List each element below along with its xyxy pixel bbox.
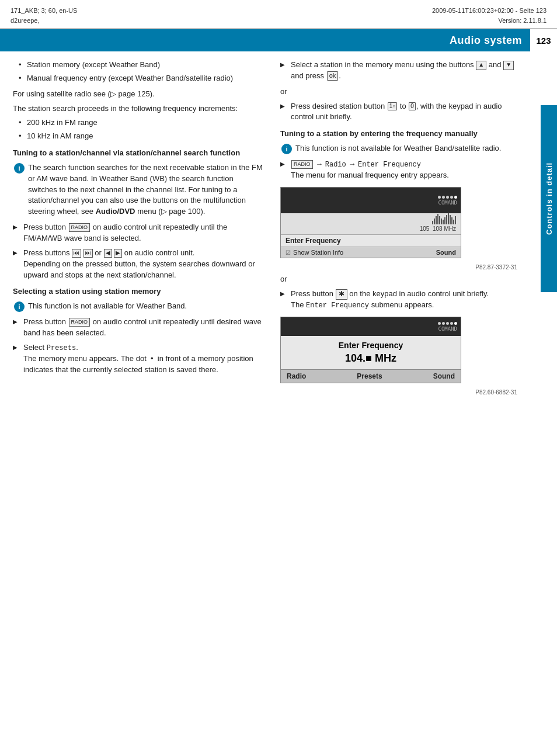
- radio-btn-label: Radio: [287, 372, 306, 380]
- bar: [443, 220, 444, 224]
- info-text-2: This function is not available for Weath…: [28, 301, 187, 312]
- arrow-list-1: Press button RADIO on audio control unit…: [13, 222, 264, 280]
- info-block-2: i This function is not available for Wea…: [13, 301, 264, 312]
- bar: [432, 221, 433, 224]
- dot: [438, 322, 441, 325]
- info-icon-1: i: [14, 163, 25, 174]
- dot-active: [454, 196, 457, 199]
- arrow-list-right-1: Select a station in the memory menu usin…: [280, 60, 517, 82]
- star-button: ✱: [336, 289, 347, 300]
- list-item: 10 kHz in AM range: [19, 131, 264, 142]
- screen2-top-bar: COMAND: [281, 317, 461, 336]
- screen-label-area: Enter Frequency: [281, 234, 461, 247]
- dot: [442, 196, 445, 199]
- arrow-list-right-3: RADIO → Radio → Enter Frequency The menu…: [280, 159, 517, 181]
- screen-indicator: COMAND: [438, 196, 457, 206]
- radio-button-inline-2: RADIO: [69, 318, 90, 327]
- list-item: Select a station in the memory menu usin…: [280, 60, 517, 82]
- info-text-1: The search function searches for the nex…: [28, 162, 264, 217]
- list-item: Press desired station button 1○ to 0, wi…: [280, 101, 517, 123]
- sound-label: Sound: [436, 249, 456, 256]
- screen2-value: 104.■ MHz: [288, 352, 454, 365]
- dot: [438, 196, 441, 199]
- search-proceeds: The station search proceeds in the follo…: [13, 103, 264, 115]
- screen2-bottom: Radio Presets Sound: [281, 369, 461, 383]
- right-column: Select a station in the memory menu usin…: [274, 60, 541, 398]
- section2-heading: Selecting a station using station memory: [13, 286, 264, 297]
- arrow-up-button: ▲: [476, 61, 486, 70]
- list-item: Select Presets. The memory menu appears.…: [13, 342, 264, 376]
- presets-label: Presets: [47, 344, 76, 352]
- dot: [446, 196, 449, 199]
- screen-image-1: COMAND: [280, 187, 461, 258]
- page-number: 123: [529, 29, 557, 51]
- screen-dots-row: [438, 196, 457, 199]
- list-item: Press button RADIO on audio control unit…: [13, 222, 264, 244]
- dot-active: [454, 322, 457, 325]
- side-tab: Controls in detail: [541, 105, 557, 292]
- list-item: Press button ✱ on the keypad in audio co…: [280, 289, 517, 311]
- station-button-0: 0: [409, 102, 416, 110]
- freq-range-label: 105 108 MHz: [420, 226, 456, 232]
- next-button: ▶: [114, 249, 122, 258]
- info-icon-2: i: [14, 301, 25, 312]
- bar: [437, 214, 438, 224]
- enter-freq-label: Enter Frequency: [286, 237, 341, 245]
- bar: [444, 217, 445, 224]
- list-item: 200 kHz in FM range: [19, 117, 264, 129]
- header-left-line1: 171_AKB; 3; 60, en-US: [11, 6, 77, 16]
- header-right: 2009-05-11T16:00:23+02:00 - Seite 123 Ve…: [432, 6, 546, 25]
- dot: [450, 322, 453, 325]
- enter-freq-menu: Enter Frequency: [358, 161, 421, 169]
- check-icon: ☑: [286, 249, 291, 256]
- bar: [455, 216, 456, 224]
- bar-chart: [432, 213, 456, 224]
- list-item: Manual frequency entry (except Weather B…: [19, 73, 264, 84]
- screen-image-2: COMAND Enter Frequency 104.■ MHz Radio P…: [280, 317, 461, 383]
- station-button-1: 1○: [388, 102, 397, 110]
- header-right-line1: 2009-05-11T16:00:23+02:00 - Seite 123: [432, 6, 546, 16]
- bar: [441, 219, 442, 224]
- arrow-list-2: Press button RADIO on audio control unit…: [13, 317, 264, 376]
- screen-brand: COMAND: [438, 200, 457, 206]
- radio-menu: Radio: [325, 161, 346, 169]
- bar: [453, 220, 454, 224]
- header-left: 171_AKB; 3; 60, en-US d2ureepe,: [11, 6, 77, 25]
- arrow-list-right-4: Press button ✱ on the keypad in audio co…: [280, 289, 517, 311]
- bar: [450, 215, 451, 224]
- radio-button-inline: RADIO: [69, 223, 90, 232]
- header-left-line2: d2ureepe,: [11, 16, 77, 26]
- list-item: Press buttons ⏮ ⏭ or ◀ ▶ on audio contro…: [13, 248, 264, 281]
- skip-back-button: ⏮: [72, 249, 81, 258]
- list-item: RADIO → Radio → Enter Frequency The menu…: [280, 159, 517, 181]
- screen2-dots-row: [438, 322, 457, 325]
- bar: [446, 215, 447, 224]
- section1-heading: Tuning to a station/channel via station/…: [13, 148, 264, 159]
- list-item: Press button RADIO on audio control unit…: [13, 317, 264, 339]
- presets-btn-label: Presets: [357, 372, 382, 380]
- screen2-brand: COMAND: [438, 326, 457, 332]
- dot: [442, 322, 445, 325]
- enter-freq-sub: Enter Frequency: [306, 301, 369, 310]
- header-right-line2: Version: 2.11.8.1: [432, 16, 546, 26]
- dot: [450, 196, 453, 199]
- info-block-right: i This function is not available for Wea…: [280, 143, 517, 154]
- prev-button: ◀: [104, 249, 112, 258]
- skip-fwd-button: ⏭: [83, 249, 93, 258]
- show-station-info-label: Show Station Info: [293, 249, 343, 256]
- screen2-body: Enter Frequency 104.■ MHz: [281, 336, 461, 369]
- screen-freq-bars: 105 108 MHz: [281, 213, 461, 234]
- sound-btn-label: Sound: [433, 372, 455, 380]
- bar: [451, 217, 452, 224]
- or-separator-2: or: [280, 274, 517, 285]
- bar: [448, 213, 449, 224]
- list-item: Station memory (except Weather Band): [19, 60, 264, 71]
- side-tab-label: Controls in detail: [545, 162, 553, 235]
- section-heading-right: Tuning to a station by entering the freq…: [280, 129, 517, 140]
- page-title: Audio system: [450, 34, 529, 47]
- screen-top-bar: COMAND: [281, 188, 461, 213]
- page-header: 171_AKB; 3; 60, en-US d2ureepe, 2009-05-…: [0, 0, 557, 29]
- info-block-1: i The search function searches for the n…: [13, 162, 264, 217]
- arrow-down-button: ▼: [503, 61, 514, 70]
- screen2-title: Enter Frequency: [288, 341, 454, 350]
